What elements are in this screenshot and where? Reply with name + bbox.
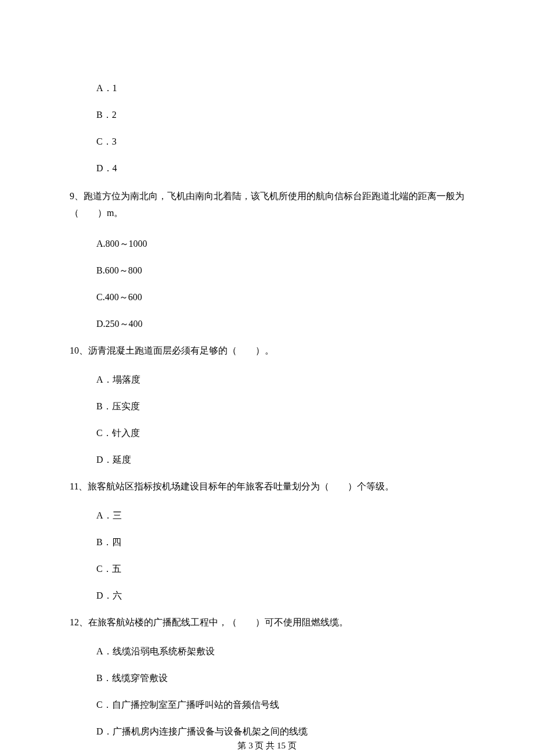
q8-option-c: C．3 (96, 135, 464, 149)
q10-option-b: B．压实度 (96, 399, 464, 413)
q10-text: 10、沥青混凝土跑道面层必须有足够的（ ）。 (70, 344, 464, 358)
q8-option-a: A．1 (96, 81, 464, 95)
q12-option-c: C．自广播控制室至广播呼叫站的音频信号线 (96, 698, 464, 712)
q9-option-d: D.250～400 (96, 317, 464, 331)
q11-option-d: D．六 (96, 589, 464, 603)
page-footer: 第 3 页 共 15 页 (0, 739, 534, 753)
q9-options: A.800～1000 B.600～800 C.400～600 D.250～400 (70, 237, 464, 331)
q11-text: 11、旅客航站区指标按机场建设目标年的年旅客吞吐量划分为（ ）个等级。 (70, 480, 464, 494)
q8-options: A．1 B．2 C．3 D．4 (70, 81, 464, 175)
q11-option-b: B．四 (96, 535, 464, 549)
q11-option-c: C．五 (96, 562, 464, 576)
q8-option-b: B．2 (96, 108, 464, 122)
page-container: A．1 B．2 C．3 D．4 9、跑道方位为南北向，飞机由南向北着陆，该飞机所… (0, 0, 534, 756)
q12-option-d: D．广播机房内连接广播设备与设备机架之间的线缆 (96, 725, 464, 739)
q11-options: A．三 B．四 C．五 D．六 (70, 509, 464, 603)
q12-options: A．线缆沿弱电系统桥架敷设 B．线缆穿管敷设 C．自广播控制室至广播呼叫站的音频… (70, 645, 464, 739)
q9-option-a: A.800～1000 (96, 237, 464, 251)
q9-option-c: C.400～600 (96, 290, 464, 304)
q10-option-a: A．塌落度 (96, 373, 464, 387)
q9-text: 9、跑道方位为南北向，飞机由南向北着陆，该飞机所使用的航向信标台距跑道北端的距离… (70, 188, 464, 222)
q8-option-d: D．4 (96, 161, 464, 175)
q12-option-a: A．线缆沿弱电系统桥架敷设 (96, 645, 464, 658)
q10-option-c: C．针入度 (96, 426, 464, 440)
q9-option-b: B.600～800 (96, 264, 464, 278)
q12-option-b: B．线缆穿管敷设 (96, 671, 464, 685)
q10-option-d: D．延度 (96, 453, 464, 467)
q11-option-a: A．三 (96, 509, 464, 523)
q12-text: 12、在旅客航站楼的广播配线工程中，（ ）可不使用阻燃线缆。 (70, 615, 464, 629)
q10-options: A．塌落度 B．压实度 C．针入度 D．延度 (70, 373, 464, 467)
